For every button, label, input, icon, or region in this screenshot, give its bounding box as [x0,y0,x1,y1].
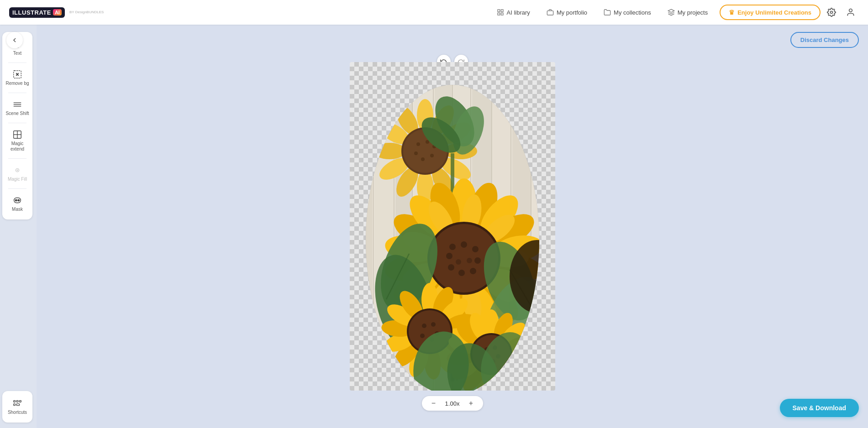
shortcuts-panel[interactable]: Shortcuts [2,391,32,423]
canvas-wrapper: − 1.00x + [350,62,555,391]
svg-point-67 [414,151,418,155]
svg-rect-29 [354,62,373,391]
nav-link-my-collections[interactable]: My collections [597,6,658,19]
svg-point-105 [474,257,481,264]
discard-changes-button[interactable]: Discard Changes [790,32,859,48]
separator-4 [8,158,26,159]
nav-links: AI library My portfolio My collections M… [490,6,715,19]
magic-extend-icon [12,130,22,140]
tool-scene-shift[interactable]: Scene Shift [4,96,31,120]
svg-point-66 [421,157,425,161]
svg-point-62 [416,142,420,146]
nav-link-ai-library[interactable]: AI library [490,6,537,19]
nav-link-my-projects[interactable]: My projects [661,6,714,19]
tool-mask[interactable]: Mask [4,192,31,216]
left-toolbar: Text Remove bg Scene Shif [1,27,34,428]
zoom-value: 1.00x [444,400,461,407]
nav-link-my-portfolio[interactable]: My portfolio [540,6,594,19]
logo-box: ILLUSTRATE AI [9,7,65,18]
mask-label: Mask [12,207,23,212]
tool-magic-extend[interactable]: Magic extend [4,126,31,156]
settings-button[interactable] [823,4,840,21]
svg-point-134 [422,324,426,328]
svg-rect-26 [16,404,19,406]
scene-shift-label: Scene Shift [5,111,29,116]
svg-point-109 [446,253,452,259]
scene-shift-icon [12,99,22,110]
remove-bg-icon [12,69,22,79]
folder-icon [604,9,611,16]
shortcuts-icon [12,398,22,408]
logo-text: ILLUSTRATE [12,9,51,16]
remove-bg-label: Remove bg [5,81,29,86]
separator-2 [8,93,26,93]
zoom-out-button[interactable]: − [429,399,438,408]
magic-fill-icon [12,165,22,175]
svg-marker-5 [668,9,674,12]
separator-1 [8,63,26,63]
upgrade-button[interactable]: ♛ Enjoy Unlimited Creations [720,5,821,20]
svg-rect-3 [501,13,503,15]
chevron-left-icon [11,37,18,44]
svg-rect-23 [16,401,18,402]
svg-rect-2 [498,13,500,15]
topnav: ILLUSTRATE AI BY DesignBUNDLES AI librar… [0,0,868,25]
nav-link-my-portfolio-label: My portfolio [557,9,587,16]
discard-changes-label: Discard Changes [800,37,849,43]
zoom-plus-icon: + [469,399,473,407]
tool-magic-fill: Magic Fill [4,162,31,186]
logo-ai-badge: AI [53,9,62,16]
tool-shortcuts[interactable]: Shortcuts [4,395,31,419]
svg-point-57 [373,143,406,159]
svg-point-135 [431,322,436,327]
svg-point-65 [430,154,434,157]
svg-point-111 [467,258,472,263]
zoom-minus-icon: − [431,399,436,407]
svg-point-108 [448,264,454,271]
svg-rect-4 [547,11,553,15]
svg-rect-22 [14,401,16,402]
shortcuts-label: Shortcuts [8,410,27,415]
crown-icon: ♛ [729,9,735,16]
zoom-in-button[interactable]: + [467,399,476,408]
sunflower-svg [350,62,555,391]
svg-point-20 [15,199,17,201]
toolbar-panel: Text Remove bg Scene Shif [2,32,32,219]
separator-3 [8,123,26,123]
svg-point-107 [458,270,465,276]
separator-5 [8,188,26,189]
logo-sub: BY DesignBUNDLES [69,10,104,14]
nav-link-ai-library-label: AI library [507,9,530,16]
svg-point-104 [472,246,479,252]
nav-link-my-collections-label: My collections [614,9,651,16]
svg-point-106 [470,268,476,274]
back-button[interactable] [6,32,23,48]
svg-rect-25 [14,404,16,406]
logo: ILLUSTRATE AI BY DesignBUNDLES [9,7,104,18]
briefcase-icon [547,9,554,16]
upgrade-label: Enjoy Unlimited Creations [737,9,811,16]
svg-rect-1 [501,10,503,12]
svg-rect-38 [532,62,555,391]
svg-point-21 [18,199,20,201]
svg-rect-24 [20,401,21,402]
zoom-controls: − 1.00x + [422,396,483,411]
user-icon [846,8,855,17]
canvas-image[interactable] [350,62,555,391]
user-button[interactable] [842,4,859,21]
mask-icon [12,195,22,205]
svg-point-138 [420,334,425,338]
grid-icon [497,9,504,16]
save-download-label: Save & Download [793,404,846,412]
svg-rect-0 [498,10,500,12]
layers-icon [668,9,675,16]
tool-remove-bg[interactable]: Remove bg [4,66,31,90]
save-download-button[interactable]: Save & Download [780,399,859,417]
svg-point-102 [449,244,456,250]
svg-point-110 [456,259,461,265]
magic-fill-label: Magic Fill [8,177,27,182]
canvas-area: − 1.00x + [37,25,868,428]
nav-link-my-projects-label: My projects [678,9,708,16]
svg-point-103 [461,241,467,248]
svg-point-6 [831,11,833,14]
